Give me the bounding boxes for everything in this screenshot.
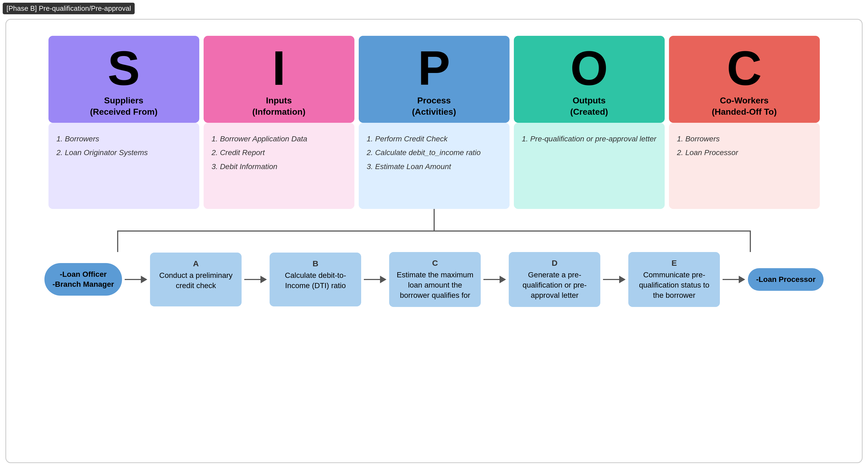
arrow-0 xyxy=(125,276,147,283)
sipoc-area: S Suppliers(Received From) 1. Borrowers … xyxy=(17,36,851,209)
sipoc-item-p-1: 1. Perform Credit Check xyxy=(367,133,501,144)
flow-step-b-letter: B xyxy=(313,259,319,268)
sipoc-list-p: 1. Perform Credit Check 2. Calculate deb… xyxy=(367,133,501,172)
sipoc-column-i: I Inputs(Information) 1. Borrower Applic… xyxy=(204,36,354,209)
flow-step-c: C Estimate the maximum loan amount the b… xyxy=(389,252,481,307)
flow-step-a-letter: A xyxy=(193,259,199,268)
sipoc-header-c: C Co-Workers(Handed-Off To) xyxy=(669,36,820,123)
sipoc-body-o: 1. Pre-qualification or pre-approval let… xyxy=(514,123,665,209)
sipoc-list-c: 1. Borrowers 2. Loan Processor xyxy=(677,133,812,158)
flow-step-d-letter: D xyxy=(552,258,558,268)
sipoc-body-p: 1. Perform Credit Check 2. Calculate deb… xyxy=(359,123,509,209)
sipoc-header-p: P Process(Activities) xyxy=(359,36,509,123)
sipoc-column-c: C Co-Workers(Handed-Off To) 1. Borrowers… xyxy=(669,36,820,209)
sipoc-list-i: 1. Borrower Application Data 2. Credit R… xyxy=(212,133,346,172)
sipoc-title-s: Suppliers(Received From) xyxy=(90,95,158,117)
sipoc-item-i-3: 3. Debit Information xyxy=(212,161,346,172)
sipoc-letter-i: I xyxy=(272,44,285,92)
flow-start-node: -Loan Officer -Branch Manager xyxy=(44,263,122,296)
flow-step-d: D Generate a pre-qualification or pre-ap… xyxy=(509,252,600,307)
sipoc-item-p-3: 3. Estimate Loan Amount xyxy=(367,161,501,172)
sipoc-header-i: I Inputs(Information) xyxy=(204,36,354,123)
flow-step-e: E Communicate pre-qualification status t… xyxy=(628,252,720,307)
sipoc-body-c: 1. Borrowers 2. Loan Processor xyxy=(669,123,820,209)
flow-step-b-text: Calculate debit-to-Income (DTI) ratio xyxy=(275,270,356,291)
sipoc-list-s: 1. Borrowers 2. Loan Originator Systems xyxy=(57,133,191,158)
flow-start-text: -Loan Officer -Branch Manager xyxy=(53,270,114,289)
sipoc-title-c: Co-Workers(Handed-Off To) xyxy=(712,95,777,117)
sipoc-list-o: 1. Pre-qualification or pre-approval let… xyxy=(522,133,657,144)
flow-step-d-text: Generate a pre-qualification or pre-appr… xyxy=(514,270,595,300)
sipoc-item-c-1: 1. Borrowers xyxy=(677,133,812,144)
flow-row: -Loan Officer -Branch Manager A Conduct … xyxy=(17,252,851,307)
sipoc-title-i: Inputs(Information) xyxy=(252,95,305,117)
main-container: S Suppliers(Received From) 1. Borrowers … xyxy=(5,19,863,463)
flow-end-text: -Loan Processor xyxy=(756,275,815,284)
arrow-4 xyxy=(603,276,626,283)
sipoc-item-o-1: 1. Pre-qualification or pre-approval let… xyxy=(522,133,657,144)
connector-area xyxy=(17,209,851,252)
arrow-2 xyxy=(364,276,386,283)
sipoc-body-s: 1. Borrowers 2. Loan Originator Systems xyxy=(49,123,199,209)
flow-step-c-letter: C xyxy=(432,258,438,268)
sipoc-letter-c: C xyxy=(727,44,762,92)
sipoc-header-s: S Suppliers(Received From) xyxy=(49,36,199,123)
sipoc-item-s-1: 1. Borrowers xyxy=(57,133,191,144)
process-section: -Loan Officer -Branch Manager A Conduct … xyxy=(17,252,851,307)
sipoc-letter-s: S xyxy=(107,44,140,92)
flow-step-b: B Calculate debit-to-Income (DTI) ratio xyxy=(270,253,361,306)
connector-line-right xyxy=(750,230,751,252)
sipoc-item-i-2: 2. Credit Report xyxy=(212,147,346,158)
sipoc-letter-p: P xyxy=(418,44,450,92)
connector-line-top xyxy=(434,209,435,230)
sipoc-item-c-2: 2. Loan Processor xyxy=(677,147,812,158)
flow-step-a-text: Conduct a preliminary credit check xyxy=(155,270,236,291)
sipoc-item-i-1: 1. Borrower Application Data xyxy=(212,133,346,144)
sipoc-letter-o: O xyxy=(570,44,608,92)
flow-step-c-text: Estimate the maximum loan amount the bor… xyxy=(395,270,475,300)
sipoc-title-o: Outputs(Created) xyxy=(570,95,608,117)
connector-line-horiz xyxy=(117,230,751,231)
flow-step-a: A Conduct a preliminary credit check xyxy=(150,253,242,306)
sipoc-item-s-2: 2. Loan Originator Systems xyxy=(57,147,191,158)
sipoc-title-p: Process(Activities) xyxy=(412,95,456,117)
connector-line-left xyxy=(117,230,118,252)
sipoc-column-p: P Process(Activities) 1. Perform Credit … xyxy=(359,36,509,209)
arrow-5 xyxy=(722,276,745,283)
sipoc-item-p-2: 2. Calculate debit_to_income ratio xyxy=(367,147,501,158)
flow-end-node: -Loan Processor xyxy=(748,268,824,291)
sipoc-body-i: 1. Borrower Application Data 2. Credit R… xyxy=(204,123,354,209)
sipoc-column-o: O Outputs(Created) 1. Pre-qualification … xyxy=(514,36,665,209)
phase-badge: [Phase B] Pre-qualification/Pre-approval xyxy=(3,3,135,14)
arrow-3 xyxy=(484,276,506,283)
flow-step-e-letter: E xyxy=(672,258,677,268)
flow-step-e-text: Communicate pre-qualification status to … xyxy=(634,270,714,300)
arrow-1 xyxy=(244,276,267,283)
sipoc-header-o: O Outputs(Created) xyxy=(514,36,665,123)
sipoc-column-s: S Suppliers(Received From) 1. Borrowers … xyxy=(49,36,199,209)
